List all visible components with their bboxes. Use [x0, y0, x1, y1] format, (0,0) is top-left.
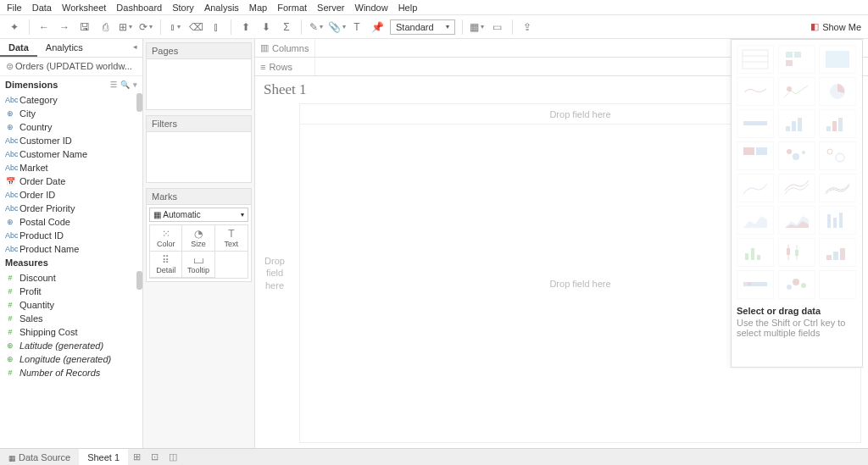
menu-data[interactable]: Data: [32, 3, 52, 13]
field-type-icon: Abc: [5, 231, 15, 240]
showme-chart-type[interactable]: [737, 270, 774, 299]
marks-color-button[interactable]: ⁙Color: [150, 225, 182, 252]
showme-chart-type[interactable]: [737, 45, 774, 74]
menu-help[interactable]: Help: [398, 3, 418, 13]
tab-analytics[interactable]: Analytics: [37, 39, 92, 57]
showme-chart-type[interactable]: [737, 141, 774, 170]
group-icon[interactable]: 📎▾: [329, 19, 344, 35]
scrollbar-thumb[interactable]: [136, 271, 142, 290]
share-icon[interactable]: ⇪: [520, 19, 535, 35]
dimension-field[interactable]: 📅Order Date: [0, 174, 142, 188]
menu-window[interactable]: Window: [355, 3, 388, 13]
menu-worksheet[interactable]: Worksheet: [62, 3, 106, 13]
new-story-tab-icon[interactable]: ◫: [164, 449, 182, 465]
new-datasource-icon[interactable]: ⎙: [97, 19, 113, 35]
menu-format[interactable]: Format: [277, 3, 307, 13]
sort-desc-icon[interactable]: ⬇: [259, 19, 274, 35]
measure-field[interactable]: #Discount: [0, 271, 142, 285]
new-worksheet-icon[interactable]: ⊞▾: [118, 19, 133, 35]
menu-file[interactable]: File: [7, 3, 22, 13]
search-icon[interactable]: 🔍: [120, 80, 130, 89]
tableau-logo-icon[interactable]: ✦: [7, 19, 22, 35]
forward-icon[interactable]: →: [57, 19, 72, 35]
dimension-field[interactable]: ⊕City: [0, 107, 142, 120]
showme-chart-type[interactable]: [778, 206, 815, 235]
chart-icon[interactable]: ⫿: [209, 19, 224, 35]
measure-field[interactable]: ⊕Longitude (generated): [0, 352, 142, 366]
dimension-field[interactable]: AbcProduct ID: [0, 229, 142, 242]
clear-icon[interactable]: ⌫: [188, 19, 203, 35]
menu-dashboard[interactable]: Dashboard: [116, 3, 162, 13]
menu-story[interactable]: Story: [172, 3, 194, 13]
menu-server[interactable]: Server: [317, 3, 344, 13]
showme-chart-type[interactable]: [778, 174, 815, 202]
sheet-tab[interactable]: Sheet 1: [79, 449, 128, 465]
measure-field[interactable]: #Profit: [0, 285, 142, 298]
showme-chart-type[interactable]: [819, 174, 856, 202]
highlight-icon[interactable]: ✎▾: [309, 19, 324, 35]
showme-chart-type[interactable]: [737, 109, 774, 138]
showme-chart-type[interactable]: [778, 109, 815, 138]
fit-dropdown[interactable]: Standard▾: [390, 19, 455, 35]
showme-chart-type[interactable]: [819, 238, 856, 267]
marks-type-dropdown[interactable]: ▦ Automatic▾: [149, 208, 248, 222]
view-list-icon[interactable]: ☰: [110, 80, 117, 89]
filters-shelf[interactable]: Filters: [146, 115, 252, 183]
dimension-field[interactable]: ⊕Country: [0, 120, 142, 134]
dimension-field[interactable]: AbcCustomer ID: [0, 134, 142, 147]
measure-field[interactable]: #Shipping Cost: [0, 325, 142, 339]
swap-icon[interactable]: ⫾▾: [168, 19, 183, 35]
dimension-field[interactable]: AbcOrder ID: [0, 188, 142, 202]
dimension-field[interactable]: AbcOrder Priority: [0, 202, 142, 215]
measure-field[interactable]: ⊕Latitude (generated): [0, 339, 142, 352]
showme-chart-type[interactable]: [778, 45, 815, 74]
measure-field[interactable]: #Quantity: [0, 298, 142, 312]
marks-size-button[interactable]: ◔Size: [182, 225, 214, 252]
showme-chart-type[interactable]: [737, 174, 774, 202]
menu-caret-icon[interactable]: ▾: [133, 80, 137, 89]
new-dashboard-tab-icon[interactable]: ⊡: [146, 449, 164, 465]
refresh-icon[interactable]: ⟳▾: [138, 19, 153, 35]
data-tabs-caret-icon[interactable]: ◂: [128, 39, 142, 57]
marks-detail-button[interactable]: ⠿Detail: [150, 252, 182, 278]
showme-chart-type[interactable]: [819, 270, 856, 299]
showme-chart-type[interactable]: [737, 77, 774, 106]
datasource-item[interactable]: ⊜Orders (UPDATED worldw...: [0, 58, 142, 76]
showme-chart-type[interactable]: [778, 77, 815, 106]
showme-chart-type[interactable]: [778, 270, 815, 299]
back-icon[interactable]: ←: [36, 19, 52, 35]
showme-chart-type[interactable]: [819, 45, 856, 74]
dimension-field[interactable]: AbcCategory: [0, 93, 142, 107]
marks-text-button[interactable]: TText: [215, 225, 248, 252]
marks-tooltip-button[interactable]: ⌴Tooltip: [182, 252, 214, 278]
tab-data[interactable]: Data: [0, 39, 37, 57]
pin-icon[interactable]: 📌: [370, 19, 385, 35]
scrollbar-thumb[interactable]: [136, 93, 142, 112]
showme-chart-type[interactable]: [819, 77, 856, 106]
showme-chart-type[interactable]: [819, 141, 856, 170]
dimension-field[interactable]: AbcProduct Name: [0, 242, 142, 254]
save-icon[interactable]: 🖫: [77, 19, 92, 35]
showme-chart-type[interactable]: [819, 109, 856, 138]
showme-chart-type[interactable]: [737, 238, 774, 267]
menu-map[interactable]: Map: [249, 3, 267, 13]
showme-chart-type[interactable]: [737, 206, 774, 235]
dimension-field[interactable]: ⊕Postal Code: [0, 215, 142, 229]
showme-chart-type[interactable]: [778, 238, 815, 267]
measure-field[interactable]: #Number of Records: [0, 366, 142, 379]
menu-analysis[interactable]: Analysis: [204, 3, 239, 13]
dimension-field[interactable]: AbcMarket: [0, 161, 142, 174]
datasource-tab[interactable]: ▦Data Source: [0, 450, 79, 465]
showme-chart-type[interactable]: [819, 206, 856, 235]
measure-field[interactable]: #Sales: [0, 312, 142, 325]
show-cards-icon[interactable]: ▦▾: [470, 19, 485, 35]
show-labels-icon[interactable]: T: [349, 19, 364, 35]
dimension-field[interactable]: AbcCustomer Name: [0, 147, 142, 161]
pages-shelf[interactable]: Pages: [146, 42, 252, 110]
totals-icon[interactable]: Σ: [279, 19, 294, 35]
showme-chart-type[interactable]: [778, 141, 815, 170]
presentation-icon[interactable]: ▭: [490, 19, 505, 35]
show-me-button[interactable]: ◧Show Me: [810, 21, 861, 32]
new-worksheet-tab-icon[interactable]: ⊞: [128, 449, 146, 465]
sort-asc-icon[interactable]: ⬆: [238, 19, 253, 35]
